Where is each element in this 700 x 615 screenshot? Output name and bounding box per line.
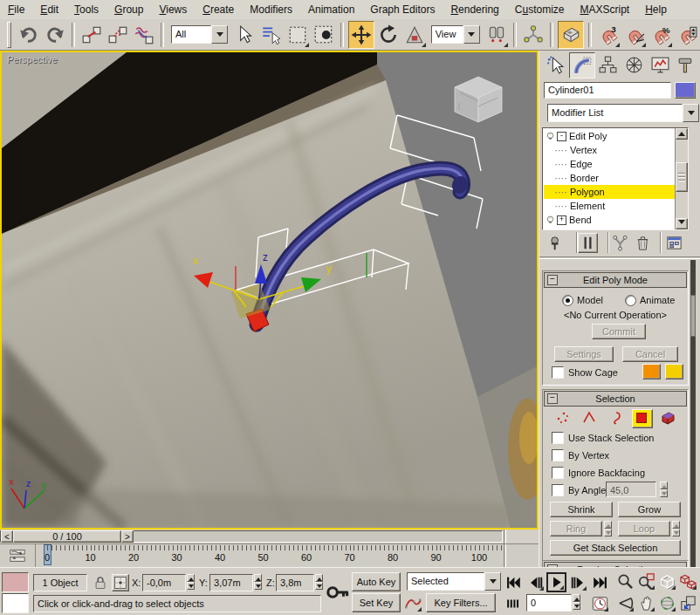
cage-color-swatch-2[interactable] [665, 364, 683, 379]
commit-button[interactable]: Commit [592, 324, 646, 339]
subobject-vertex-button[interactable] [553, 409, 574, 428]
stack-row-polygon[interactable]: ···· Polygon [544, 185, 687, 199]
menu-edit[interactable]: Edit [32, 2, 66, 17]
viewport-label[interactable]: Perspective [7, 54, 57, 65]
by-angle-spinner[interactable] [660, 482, 668, 497]
pivot-center-button[interactable] [484, 22, 509, 48]
menu-maxscript[interactable]: MAXScript [573, 2, 638, 17]
get-stack-selection-button[interactable]: Get Stack Selection [550, 540, 681, 556]
zoom-button[interactable] [616, 572, 635, 591]
collapse-icon[interactable]: − [547, 275, 558, 285]
checkbox-ignore-backfacing[interactable]: Ignore Backfacing [552, 467, 645, 479]
selection-filter-dropdown[interactable]: All [171, 25, 229, 44]
tab-utilities[interactable] [674, 52, 698, 77]
frame-spinner[interactable] [573, 594, 580, 610]
remove-modifier-button[interactable] [634, 234, 652, 252]
bulb-icon[interactable] [545, 131, 556, 142]
auto-key-button[interactable]: Auto Key [352, 572, 401, 591]
move-button[interactable] [348, 21, 374, 49]
menu-tools[interactable]: Tools [66, 2, 106, 17]
go-to-end-button[interactable] [591, 574, 609, 591]
checkbox-box[interactable] [552, 467, 564, 479]
time-slider-next-button[interactable]: > [121, 530, 134, 543]
listener-pane[interactable] [2, 593, 29, 613]
link-button[interactable] [79, 22, 104, 48]
rollout-edit-poly-mode-header[interactable]: − Edit Poly Mode [544, 272, 687, 288]
x-spinner[interactable] [187, 574, 195, 590]
object-name-field[interactable]: Cylinder01 [544, 82, 671, 99]
by-angle-checkbox[interactable] [552, 484, 564, 496]
radio-animate[interactable]: Animate [625, 294, 675, 306]
panel-scrollbar[interactable] [690, 260, 696, 567]
make-unique-button[interactable] [611, 234, 629, 252]
region-button[interactable] [285, 22, 310, 48]
ring-spinner[interactable] [604, 521, 612, 536]
cancel-button[interactable]: Cancel [622, 346, 678, 362]
dropdown-arrow[interactable] [463, 25, 480, 44]
stack-row-border[interactable]: ···· Border [544, 171, 687, 185]
viewport-perspective[interactable]: x y z x z y Perspective [0, 51, 539, 530]
stack-row-element[interactable]: ···· Element [544, 199, 687, 213]
snap-3d-button[interactable]: 3 [596, 22, 621, 48]
key-filters-button[interactable]: Key Filters... [426, 593, 496, 612]
bind-button[interactable] [132, 22, 156, 48]
zoom-extents-button[interactable] [658, 572, 676, 591]
keyable-filter-dropdown[interactable]: Selected [407, 572, 501, 591]
bulb-icon[interactable] [545, 215, 556, 226]
show-cage-box[interactable] [552, 366, 564, 379]
zoom-extents-all-button[interactable] [679, 572, 697, 591]
set-keys-button[interactable] [326, 575, 349, 610]
collapse-icon[interactable]: - [557, 132, 566, 141]
stack-scrollbar[interactable] [675, 128, 688, 229]
key-mode-toggle[interactable] [504, 595, 523, 612]
current-frame-field[interactable]: 0 [526, 594, 572, 612]
checkbox-by-vertex[interactable]: By Vertex [552, 449, 609, 461]
menu-customize[interactable]: Customize [507, 2, 573, 17]
subobject-polygon-button[interactable] [632, 409, 653, 428]
coord-system-dropdown[interactable]: View [431, 25, 480, 44]
modifier-list-dropdown[interactable]: Modifier List [547, 104, 699, 122]
by-angle-field[interactable]: 45,0 [606, 482, 656, 497]
percent-snap-button[interactable]: % [649, 22, 673, 48]
stack-row-bend[interactable]: +Bend [544, 213, 687, 227]
expand-icon[interactable]: + [557, 215, 566, 225]
x-coordinate-field[interactable]: -0,0m [142, 574, 186, 591]
track-bar-ruler[interactable]: 0102030405060708090100 [35, 544, 504, 567]
next-frame-button[interactable] [569, 574, 587, 591]
tab-create[interactable] [543, 52, 567, 77]
checkbox-box[interactable] [552, 432, 564, 444]
stack-row-edge[interactable]: ···· Edge [544, 157, 687, 171]
tab-motion[interactable] [621, 52, 646, 77]
spinner-snap-button[interactable] [675, 22, 699, 48]
z-spinner[interactable] [315, 574, 323, 590]
set-key-button[interactable]: Set Key [352, 593, 401, 612]
settings-button[interactable]: Settings [554, 346, 614, 362]
go-to-start-button[interactable] [504, 574, 523, 591]
tab-modify[interactable] [569, 52, 595, 79]
window-crossing-button[interactable] [312, 22, 336, 48]
y-coordinate-field[interactable]: 3,07m [209, 574, 253, 591]
undo-button[interactable] [17, 22, 41, 48]
shrink-button[interactable]: Shrink [550, 502, 613, 517]
pan-button[interactable] [637, 594, 655, 612]
unlink-button[interactable] [106, 22, 130, 48]
scale-button[interactable] [402, 22, 427, 48]
redo-button[interactable] [43, 22, 67, 48]
zoom-all-button[interactable] [637, 572, 655, 591]
select-by-name-button[interactable] [258, 22, 283, 48]
absolute-mode-toggle[interactable] [112, 574, 129, 591]
radio-model-dot[interactable] [562, 295, 573, 306]
arc-rotate-button[interactable] [658, 594, 676, 612]
menu-help[interactable]: Help [637, 2, 675, 17]
dropdown-arrow[interactable] [211, 25, 228, 44]
dropdown-arrow[interactable] [484, 572, 501, 591]
menu-modifiers[interactable]: Modifiers [242, 2, 300, 17]
menu-file[interactable]: File [0, 2, 32, 17]
ring-button[interactable]: Ring [550, 521, 602, 536]
stack-row-vertex[interactable]: ···· Vertex [544, 143, 687, 157]
manipulate-button[interactable] [521, 22, 546, 48]
subobject-border-button[interactable] [606, 409, 627, 428]
menu-graph-editors[interactable]: Graph Editors [362, 2, 443, 17]
show-cage-checkbox[interactable]: Show Cage [552, 366, 618, 379]
toolbar-grip[interactable] [7, 22, 11, 48]
